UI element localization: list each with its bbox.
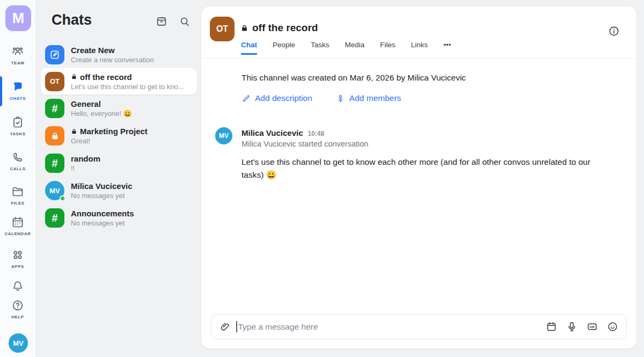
nav-calls[interactable]: CALLS: [0, 151, 35, 171]
conversation-header: OT off the record Chat People Tasks Medi…: [201, 6, 636, 59]
search-icon[interactable]: [179, 16, 191, 27]
nav-help[interactable]: HELP: [0, 299, 35, 319]
conversation-panel: OT off the record Chat People Tasks Medi…: [201, 6, 636, 348]
gif-icon[interactable]: GIF: [587, 321, 598, 332]
online-status-dot: [60, 195, 65, 201]
attachment-icon[interactable]: [219, 322, 230, 332]
chat-item-title: random: [71, 154, 100, 163]
chat-item-off-the-record[interactable]: OT off the record Let's use this channel…: [41, 68, 197, 94]
chat-item-title: off the record: [71, 72, 184, 82]
sidebar-title: Chats: [52, 12, 92, 28]
channel-header-avatar: OT: [210, 17, 235, 41]
chat-item-title: Create New: [71, 46, 154, 55]
nav-rail: M TEAM CHATS TASKS CALLS FILES C: [0, 0, 36, 357]
channel-avatar: #: [45, 99, 64, 118]
nav-apps[interactable]: APPS: [0, 249, 35, 269]
tab-chat[interactable]: Chat: [241, 41, 257, 55]
nav-files[interactable]: FILES: [0, 185, 35, 206]
text-cursor: [236, 321, 237, 332]
nav-team-label: TEAM: [11, 61, 25, 65]
chat-item-title: Announcements: [71, 209, 134, 218]
nav-help-label: HELP: [11, 315, 24, 319]
channel-title: off the record: [240, 22, 318, 34]
svg-text:GIF: GIF: [590, 325, 595, 329]
nav-calls-label: CALLS: [10, 166, 25, 171]
nav-calendar-label: CALENDAR: [5, 231, 31, 236]
locked-channel-avatar: [45, 126, 64, 145]
chat-item-subtitle: Create a new conversation: [71, 56, 154, 64]
chat-item-subtitle: Hello, everyone! 😀: [71, 110, 132, 118]
add-description-link[interactable]: Add description: [241, 93, 312, 103]
tab-links[interactable]: Links: [411, 41, 428, 55]
chat-item-subtitle: Let's use this channel to get to kno...: [71, 83, 184, 91]
compose-icon: [45, 45, 64, 64]
person-add-icon: [336, 94, 345, 103]
chat-item-subtitle: No messages yet: [71, 192, 133, 200]
calls-icon: [11, 151, 24, 164]
chat-item-milica-vucicevic[interactable]: MV Milica Vucicevic No messages yet: [41, 178, 197, 203]
pencil-icon: [241, 94, 251, 103]
workspace-logo[interactable]: M: [5, 5, 31, 31]
add-members-link[interactable]: Add members: [336, 93, 401, 103]
tab-tasks[interactable]: Tasks: [311, 41, 330, 55]
user-avatar: MV: [45, 181, 64, 200]
bell-icon: [11, 280, 24, 293]
chat-item-subtitle: !!: [71, 164, 100, 172]
nav-calendar[interactable]: CALENDAR: [0, 216, 35, 236]
calendar-icon: [11, 216, 24, 229]
channel-avatar: #: [45, 208, 64, 228]
chat-item-general[interactable]: # General Hello, everyone! 😀: [41, 96, 197, 121]
nav-apps-label: APPS: [11, 264, 24, 269]
archive-icon[interactable]: [156, 16, 167, 27]
nav-tasks-label: TASKS: [10, 132, 25, 136]
tab-media[interactable]: Media: [345, 41, 365, 55]
nav-chats-label: CHATS: [10, 96, 25, 101]
chats-sidebar: Chats Create New Create a new conversati…: [36, 0, 201, 357]
current-user-avatar[interactable]: MV: [9, 333, 28, 353]
chat-item-random[interactable]: # random !!: [41, 150, 197, 176]
message-body: Let's use this channel to get to know ea…: [241, 156, 606, 181]
chat-item-subtitle: Great!: [71, 137, 148, 145]
channel-intro-actions: Add description Add members: [241, 93, 401, 103]
channel-avatar: OT: [45, 72, 64, 91]
microphone-icon[interactable]: [566, 321, 577, 332]
channel-tabs: Chat People Tasks Media Files Links •••: [241, 41, 451, 55]
message-author-avatar: MV: [215, 127, 232, 144]
message-system-note: Milica Vucicevic started conversation: [241, 140, 368, 148]
chat-item-marketing-project[interactable]: Marketing Project Great!: [41, 123, 197, 149]
chat-item-subtitle: No messages yet: [71, 219, 134, 227]
lock-icon: [71, 74, 77, 80]
channel-created-text: This channel was created on Mar 6, 2026 …: [241, 73, 466, 83]
tasks-icon: [11, 116, 24, 129]
nav-notifications[interactable]: [0, 280, 35, 293]
schedule-icon[interactable]: [546, 321, 557, 332]
info-icon[interactable]: [608, 25, 620, 37]
nav-team[interactable]: TEAM: [0, 45, 35, 65]
chat-item-title: General: [71, 99, 132, 108]
emoji-icon[interactable]: [607, 321, 618, 332]
tab-more[interactable]: •••: [443, 41, 451, 55]
apps-icon: [11, 249, 24, 261]
help-icon: [11, 299, 24, 312]
message-author-name: Milica Vucicevic: [241, 128, 303, 137]
chat-item-create-new[interactable]: Create New Create a new conversation: [41, 42, 197, 68]
message-composer[interactable]: Type a message here GIF: [211, 314, 627, 339]
chat-item-title: Milica Vucicevic: [71, 181, 133, 191]
channel-avatar: #: [45, 154, 64, 173]
chat-item-announcements[interactable]: # Announcements No messages yet: [41, 205, 197, 231]
nav-files-label: FILES: [11, 201, 24, 206]
team-icon: [11, 45, 24, 58]
files-icon: [11, 185, 24, 198]
chats-icon: [11, 81, 24, 93]
lock-icon: [71, 128, 77, 135]
message-header: Milica Vucicevic 10:48: [241, 128, 324, 137]
tab-files[interactable]: Files: [380, 41, 396, 55]
lock-icon: [240, 24, 248, 32]
message-timestamp: 10:48: [308, 130, 325, 137]
nav-tasks[interactable]: TASKS: [0, 116, 35, 136]
composer-placeholder[interactable]: Type a message here: [238, 322, 318, 332]
chat-item-title: Marketing Project: [71, 127, 148, 136]
nav-chats[interactable]: CHATS: [0, 81, 35, 101]
composer-actions: GIF: [546, 321, 618, 332]
tab-people[interactable]: People: [273, 41, 295, 55]
